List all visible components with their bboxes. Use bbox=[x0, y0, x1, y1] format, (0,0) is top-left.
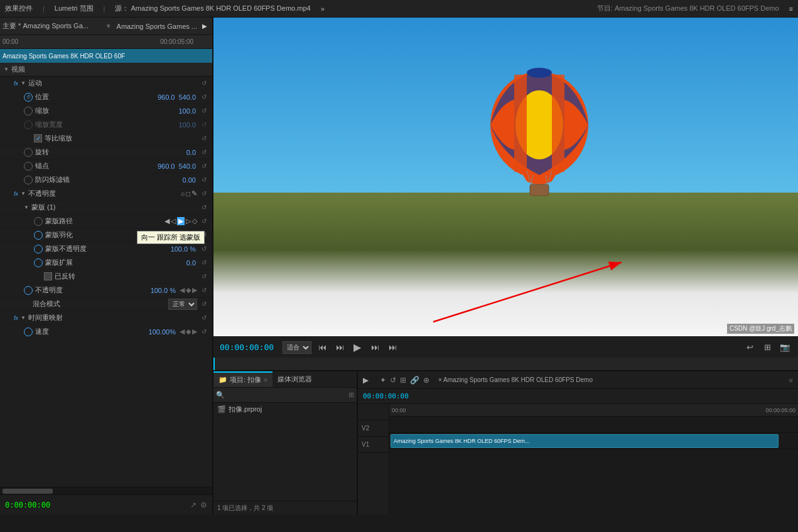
speed-kf-prev[interactable]: ◀ bbox=[180, 327, 185, 336]
export-frame-btn[interactable]: 📷 bbox=[778, 341, 792, 354]
monitor-timecode[interactable]: 00:00:00:00 bbox=[220, 343, 274, 352]
opacity-ellipse-icon[interactable]: ○ bbox=[181, 190, 185, 198]
scroll-thumb[interactable] bbox=[3, 489, 53, 494]
settings-icon[interactable]: ⚙ bbox=[200, 501, 207, 509]
rotation-keyframe-icon[interactable] bbox=[24, 148, 33, 157]
anchor-keyframe-icon[interactable] bbox=[24, 162, 33, 171]
program-menu-btn[interactable]: ≡ bbox=[789, 5, 793, 13]
tl-link-btn[interactable]: 🔗 bbox=[410, 376, 419, 385]
step-fwd-btn[interactable]: ⏭ bbox=[368, 341, 382, 354]
search-options-btn[interactable]: ⊞ bbox=[348, 391, 354, 399]
mask-diamond-btn[interactable]: ◇ bbox=[192, 217, 197, 225]
antiflicker-reset[interactable]: ↺ bbox=[200, 176, 208, 184]
speed-val[interactable]: 100.00% bbox=[149, 328, 176, 336]
project-panel-tab-row: 📁 项目: 扣像 ≡ 媒体浏览器 bbox=[213, 371, 357, 388]
anchor-reset[interactable]: ↺ bbox=[200, 162, 208, 171]
timeremap-reset[interactable]: ↺ bbox=[200, 314, 208, 322]
expand-btn[interactable]: » bbox=[321, 5, 325, 13]
opacity-pen-icon[interactable]: ✎ bbox=[191, 189, 197, 198]
mask-path-reset[interactable]: ↺ bbox=[200, 217, 208, 226]
mask-prev-btn[interactable]: ◀ bbox=[164, 217, 170, 225]
opacity-value-reset[interactable]: ↺ bbox=[200, 286, 208, 295]
anchor-val2[interactable]: 540.0 bbox=[178, 162, 196, 170]
rotation-val1[interactable]: 0.0 bbox=[186, 149, 196, 156]
motion-reset[interactable]: ↺ bbox=[200, 79, 208, 88]
opacity-reset[interactable]: ↺ bbox=[200, 189, 208, 198]
safe-zone-btn[interactable]: ⊞ bbox=[760, 341, 774, 354]
opacity-kf-prev[interactable]: ◀ bbox=[180, 286, 185, 294]
maskpath-keyframe-icon[interactable] bbox=[34, 217, 43, 226]
inverted-checkbox[interactable] bbox=[44, 272, 52, 280]
step-back-btn[interactable]: ⏭ bbox=[333, 341, 347, 354]
last-frame-btn[interactable]: ⏭ bbox=[386, 341, 399, 354]
inverted-row: 已反转 ↺ bbox=[0, 270, 212, 284]
effects-scrollbar[interactable] bbox=[0, 487, 212, 494]
maskexpand-keyframe-icon[interactable] bbox=[34, 258, 43, 267]
uniform-scale-checkbox[interactable] bbox=[34, 134, 42, 142]
ruler-time-start: 00:00 bbox=[3, 38, 18, 45]
opacity-keyframe-icon[interactable] bbox=[24, 286, 33, 295]
mask-fwd-btn[interactable]: ▷ bbox=[186, 217, 191, 225]
blend-mode-select[interactable]: 正常 bbox=[168, 299, 197, 310]
speed-keyframe-icon[interactable] bbox=[24, 327, 33, 336]
speed-kf-diamond[interactable]: ◆ bbox=[186, 327, 191, 336]
speed-reset[interactable]: ↺ bbox=[200, 327, 208, 336]
tl-marker-btn[interactable]: ✦ bbox=[380, 376, 386, 385]
maskfeather-keyframe-icon[interactable] bbox=[34, 231, 43, 240]
project-tab-menu[interactable]: ≡ bbox=[264, 376, 267, 383]
mask-section-reset[interactable]: ↺ bbox=[200, 203, 208, 212]
position-reset[interactable]: ↺ bbox=[200, 93, 208, 102]
v1-clip-block[interactable]: Amazing Sports Games 8K HDR OLED 60FPS D… bbox=[391, 434, 779, 448]
blend-mode-reset[interactable]: ↺ bbox=[200, 300, 208, 309]
play-btn[interactable]: ▶ bbox=[350, 341, 364, 354]
export-icon[interactable]: ↗ bbox=[190, 501, 197, 509]
opacity-kf-next[interactable]: ▶ bbox=[192, 286, 197, 294]
mask-expand-reset[interactable]: ↺ bbox=[200, 258, 208, 267]
timeremap-triangle: ▼ bbox=[21, 315, 26, 321]
mask-opacity-val[interactable]: 100.0 % bbox=[171, 245, 196, 253]
mask-back-btn[interactable]: ◁ bbox=[171, 217, 176, 225]
scale-val1[interactable]: 100.0 bbox=[178, 107, 196, 115]
antiflicker-val1[interactable]: 0.00 bbox=[183, 176, 196, 184]
sequence-play-btn[interactable]: ▶ bbox=[200, 21, 210, 31]
timeline-playhead[interactable] bbox=[213, 358, 215, 370]
project-file-icon: 🎬 bbox=[217, 405, 226, 413]
search-input[interactable] bbox=[227, 391, 346, 398]
position-val2[interactable]: 540.0 bbox=[178, 93, 196, 101]
maskopacity-keyframe-icon[interactable] bbox=[34, 245, 43, 253]
tl-more-btn[interactable]: ⊕ bbox=[423, 376, 429, 385]
timeremap-label: 时间重映射 bbox=[28, 313, 200, 322]
opacity-value[interactable]: 100.0 % bbox=[151, 287, 176, 294]
zoom-select[interactable]: 适合 bbox=[283, 341, 311, 354]
opacity-kf-diamond[interactable]: ◆ bbox=[186, 286, 191, 294]
antiflicker-keyframe-icon[interactable] bbox=[24, 176, 33, 184]
effects-tab[interactable]: 效果控件 bbox=[5, 4, 33, 13]
project-tab[interactable]: 📁 项目: 扣像 ≡ bbox=[213, 371, 272, 387]
project-file-item[interactable]: 🎬 扣像.prproj bbox=[213, 403, 357, 417]
scale-keyframe-icon[interactable] bbox=[24, 107, 33, 115]
media-browser-tab[interactable]: 媒体浏览器 bbox=[272, 371, 317, 387]
tl-loop-btn[interactable]: ↺ bbox=[390, 376, 396, 385]
mask-expand-val[interactable]: 0.0 bbox=[186, 259, 196, 267]
position-val1[interactable]: 960.0 bbox=[158, 93, 175, 101]
timeline-menu-btn[interactable]: ≡ bbox=[789, 376, 793, 384]
mask-opacity-reset[interactable]: ↺ bbox=[200, 245, 208, 253]
position-keyframe-icon[interactable]: ⏱ bbox=[24, 93, 33, 102]
rotation-reset[interactable]: ↺ bbox=[200, 148, 208, 157]
scale-reset[interactable]: ↺ bbox=[200, 107, 208, 115]
monitor-timeline-strip[interactable] bbox=[213, 358, 798, 370]
timeline-timecode[interactable]: 00:00:00:00 bbox=[363, 392, 409, 400]
lumetri-tab[interactable]: Lumetri 范围 bbox=[55, 4, 94, 13]
tl-snap-btn[interactable]: ⊞ bbox=[400, 376, 406, 385]
timeline-panel: ▶ ✦ ↺ ⊞ 🔗 ⊕ × Amazing Sports Games 8K HD… bbox=[358, 371, 798, 514]
mask-track-btn[interactable]: ▶ bbox=[177, 217, 185, 225]
anchor-val1[interactable]: 960.0 bbox=[158, 162, 175, 170]
uniform-scale-reset[interactable]: ↺ bbox=[200, 134, 208, 143]
timeline-ruler-bar: 00:00 00:00:05:00 bbox=[389, 404, 798, 417]
opacity-rect-icon[interactable]: □ bbox=[186, 190, 190, 198]
tl-play-btn[interactable]: ▶ bbox=[363, 376, 369, 385]
loop-btn[interactable]: ↩ bbox=[743, 341, 757, 354]
inverted-reset[interactable]: ↺ bbox=[200, 272, 208, 281]
first-frame-btn[interactable]: ⏮ bbox=[315, 341, 329, 354]
speed-kf-next[interactable]: ▶ bbox=[192, 327, 197, 336]
